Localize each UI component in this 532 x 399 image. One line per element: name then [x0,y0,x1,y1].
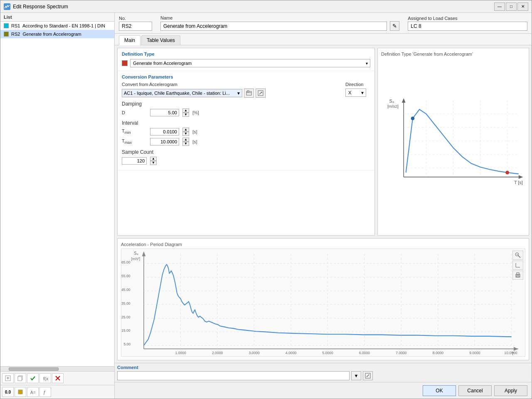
definition-type-select[interactable]: Generate from Accelerogram [130,59,370,67]
damping-input[interactable] [150,109,179,116]
chart-print-button[interactable] [512,271,523,280]
svg-text:1.0000: 1.0000 [175,351,186,355]
tab-main[interactable]: Main [119,35,140,45]
item-label-rs2: RS2 Generate from Accelerogram [11,32,81,37]
chart-axis-button[interactable] [512,261,523,270]
app-icon [4,3,10,10]
copy-button[interactable] [15,373,26,383]
svg-rect-7 [18,390,22,394]
diagram-chart: Sₐ [m/s2] T [s] [381,59,525,232]
zero-button[interactable]: 0.0 [2,387,14,397]
svg-text:[m/s²]: [m/s²] [131,257,140,261]
accelerogram-edit-button[interactable] [256,89,266,98]
accelerogram-browse-button[interactable] [244,89,254,98]
add-button[interactable]: + [2,373,14,383]
delete-button[interactable] [52,373,64,383]
svg-text:2.0000: 2.0000 [212,351,223,355]
direction-select[interactable]: X Y Z [345,89,366,97]
tmin-down[interactable]: ▼ [182,132,189,136]
comment-input[interactable] [117,371,350,380]
label-button[interactable]: A= [27,387,39,397]
svg-text:5.00: 5.00 [123,342,131,346]
no-input[interactable] [119,22,152,31]
comment-label: Comment [117,365,373,370]
tab-table-values[interactable]: Table Values [141,35,180,45]
apply-button[interactable]: Apply [494,385,527,396]
conversion-title: Conversion Parameters [122,74,370,79]
sample-count-up[interactable]: ▲ [150,157,157,161]
assigned-field: Assigned to Load Cases [408,16,527,31]
close-button[interactable]: ✕ [517,2,528,11]
name-edit-button[interactable]: ✎ [390,21,399,31]
scrollbar-horizontal[interactable] [0,366,114,371]
info-bar: No. Name ✎ Assigned to Load Cases [115,13,532,34]
tmin-up[interactable]: ▲ [182,128,189,132]
svg-text:[m/s2]: [m/s2] [387,104,399,108]
sample-count-input[interactable] [122,157,147,165]
sample-count-down[interactable]: ▼ [150,161,157,165]
tab-bar: Main Table Values [115,34,532,45]
damping-row: D ▲ ▼ [%] [122,108,370,117]
function-button[interactable]: f(x) [39,373,51,383]
svg-text:8.0000: 8.0000 [433,351,443,355]
accelerogram-label: Convert from Accelerogram [122,82,337,87]
accelerogram-field: Convert from Accelerogram AC1 - Iquique,… [122,82,337,98]
svg-text:A=: A= [30,390,36,395]
maximize-button[interactable]: □ [506,2,517,11]
svg-line-13 [259,92,262,94]
tmax-input[interactable] [150,138,179,145]
main-window: Edit Response Spectrum — □ ✕ List RS1 Ac… [0,0,532,399]
damping-up[interactable]: ▲ [182,108,189,113]
scrollbar-thumb[interactable] [9,367,59,371]
list-item[interactable]: RS1 According to Standard - EN 1998-1 | … [0,22,114,30]
accelerogram-select-wrap: AC1 - Iquique, Chile Earthquake, Chile -… [122,89,242,97]
d-label: D [122,110,147,115]
svg-rect-38 [121,249,525,356]
svg-rect-11 [247,91,249,92]
minimize-button[interactable]: — [494,2,505,11]
ok-button[interactable]: OK [423,385,456,396]
chart-zoom-button[interactable]: + [512,251,523,260]
comment-dropdown-button[interactable]: ▼ [351,371,361,380]
svg-text:55.00: 55.00 [121,274,131,278]
comment-panel: Comment ▼ [117,365,373,380]
no-label: No. [119,16,152,21]
svg-text:T [s]: T [s] [514,180,523,185]
square-button[interactable] [15,387,26,397]
footer: OK Cancel Apply [115,382,532,399]
function2-button[interactable]: ƒ [39,387,51,397]
title-bar-left: Edit Response Spectrum [4,3,68,10]
svg-text:7.0000: 7.0000 [396,351,406,355]
definition-type-color [122,60,128,66]
name-input[interactable] [160,22,387,31]
accelerogram-select[interactable]: AC1 - Iquique, Chile Earthquake, Chile -… [122,89,242,97]
end-marker [505,171,509,175]
assigned-input[interactable] [408,22,527,31]
cancel-button[interactable]: Cancel [458,385,492,396]
tmin-unit: [s] [192,129,197,134]
item-icon-rs2 [4,32,9,37]
zero-icon: 0.0 [5,390,11,394]
name-label: Name [160,15,399,20]
diagram-svg: Sₐ [m/s2] T [s] [381,59,525,232]
list-item-selected[interactable]: RS2 Generate from Accelerogram [0,30,114,38]
comment-input-row: ▼ [117,371,373,380]
tmax-down[interactable]: ▼ [182,142,189,146]
comment-edit-button[interactable] [363,371,373,380]
svg-text:10.0000: 10.0000 [504,351,517,355]
svg-rect-37 [517,276,519,277]
sample-count-label: Sample Count [122,149,370,155]
check-button[interactable] [27,373,39,383]
direction-field: Direction X Y Z ▼ [345,82,370,97]
tmin-input[interactable] [150,128,179,135]
comment-side [375,365,529,380]
bottom-chart-title: Acceleration - Period Diagram [121,242,525,247]
comment-section: Comment ▼ [115,363,532,382]
tmax-up[interactable]: ▲ [182,138,189,142]
damping-down[interactable]: ▼ [182,113,189,117]
list-items: RS1 According to Standard - EN 1998-1 | … [0,22,114,366]
svg-text:5.0000: 5.0000 [322,351,333,355]
definition-type-title: Definition Type [122,52,370,57]
sample-count-group: Sample Count ▲ ▼ [122,149,370,165]
svg-text:Sₐ: Sₐ [389,99,394,103]
